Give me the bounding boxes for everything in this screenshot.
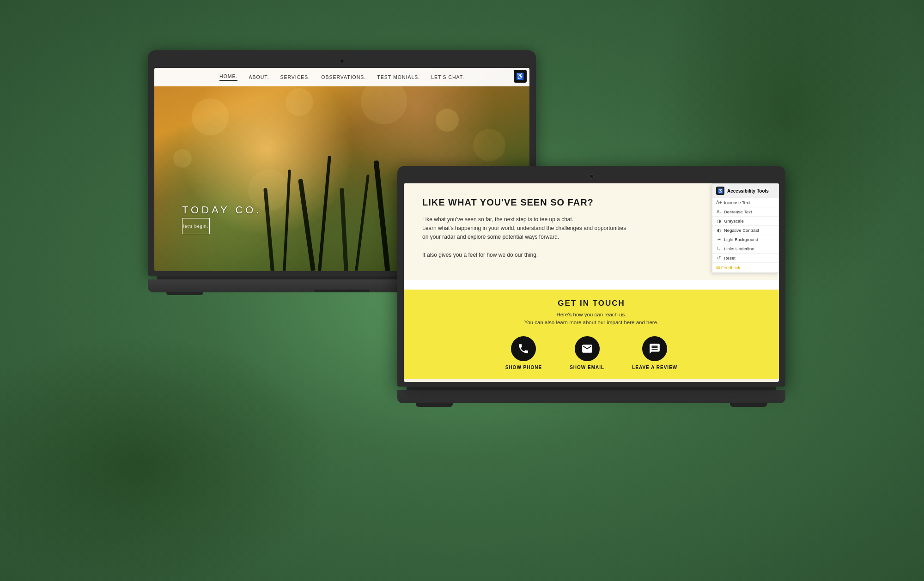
laptop2-webcam [589, 174, 594, 179]
laptop2-foot-right [730, 403, 767, 407]
acc-reset-icon: ↺ [716, 255, 722, 260]
laptop2-foot-left [416, 403, 453, 407]
nav-home[interactable]: HOME. [219, 73, 237, 81]
laptop1-nav: HOME. ABOUT. SERVICES. OBSERVATIONS. TES… [154, 68, 529, 86]
show-email-button[interactable] [575, 336, 600, 361]
leave-review-group: LEAVE A REVIEW [632, 336, 677, 370]
show-email-group: SHOW EMAIL [570, 336, 604, 370]
leave-review-button[interactable] [642, 336, 667, 361]
accessibility-panel-header: ♿ Accessibility Tools [712, 184, 778, 198]
acc-light-icon: ☀ [716, 237, 722, 242]
show-phone-group: SHOW PHONE [505, 336, 542, 370]
laptop2-screen-outer: LIKE WHAT YOU'VE SEEN SO FAR? Like what … [397, 166, 785, 387]
laptop1-webcam [340, 59, 344, 63]
acc-negative-contrast[interactable]: ◐ Negative Contrast [712, 226, 778, 235]
acc-reset-label: Reset [724, 255, 736, 260]
nav-lets-chat[interactable]: LET'S CHAT. [431, 74, 464, 80]
acc-decrease-text[interactable]: A- Decrease Text [712, 207, 778, 217]
main-scene: HOME. ABOUT. SERVICES. OBSERVATIONS. TES… [139, 36, 785, 545]
logo-tagline: let's begin. [182, 218, 210, 234]
accessibility-icon: ♿ [516, 73, 524, 80]
show-email-label: SHOW EMAIL [570, 365, 604, 370]
logo-text: TODAY CO. [182, 204, 262, 216]
nav-observations[interactable]: OBSERVATIONS. [321, 74, 366, 80]
acc-grayscale-icon: ◑ [716, 218, 722, 224]
laptop2-top-section: LIKE WHAT YOU'VE SEEN SO FAR? Like what … [404, 183, 779, 280]
accessibility-panel: ♿ Accessibility Tools A+ Increase Text A… [712, 183, 779, 273]
accessibility-button[interactable]: ♿ [514, 70, 527, 83]
laptop2-white-divider [404, 280, 779, 290]
acc-panel-title: Accessibility Tools [727, 188, 769, 194]
laptop2-contact-section: GET IN TOUCH Here's how you can reach us… [404, 290, 779, 379]
acc-underline-icon: U [716, 246, 722, 251]
acc-light-label: Light Background [724, 237, 758, 242]
acc-contrast-icon: ◐ [716, 228, 722, 233]
acc-decrease-icon: A- [716, 209, 722, 214]
review-icon [649, 343, 661, 355]
contact-subtitle: Here's how you can reach us. You can als… [422, 311, 760, 327]
laptop1-logo: TODAY CO. let's begin. [182, 204, 262, 234]
show-phone-button[interactable] [511, 336, 536, 361]
laptop2: LIKE WHAT YOU'VE SEEN SO FAR? Like what … [397, 166, 785, 407]
acc-grayscale-label: Grayscale [724, 218, 744, 224]
nav-testimonials[interactable]: TESTIMONIALS. [377, 74, 420, 80]
contact-title: GET IN TOUCH [422, 299, 760, 308]
laptop2-base [397, 390, 785, 403]
acc-light-background[interactable]: ☀ Light Background [712, 235, 778, 244]
email-icon [581, 343, 593, 355]
acc-reset[interactable]: ↺ Reset [712, 254, 778, 263]
laptop2-webcam-bar [404, 172, 779, 181]
acc-header-icon: ♿ [716, 187, 724, 195]
laptop2-body-text: Like what you've seen so far, the next s… [422, 215, 644, 260]
contact-buttons: SHOW PHONE SHOW EMAIL [422, 336, 760, 370]
acc-increase-label: Increase Text [724, 200, 750, 205]
nav-services[interactable]: SERVICES. [280, 74, 310, 80]
acc-contrast-label: Negative Contrast [724, 228, 759, 233]
acc-links-underline[interactable]: U Links Underline [712, 244, 778, 254]
leave-review-label: LEAVE A REVIEW [632, 365, 677, 370]
nav-about[interactable]: ABOUT. [249, 74, 269, 80]
acc-feedback[interactable]: ✉ Feedback [712, 263, 778, 272]
acc-increase-text[interactable]: A+ Increase Text [712, 198, 778, 207]
acc-grayscale[interactable]: ◑ Grayscale [712, 217, 778, 226]
laptop2-heading: LIKE WHAT YOU'VE SEEN SO FAR? [422, 197, 760, 208]
acc-decrease-label: Decrease Text [724, 209, 752, 214]
laptop2-feet [397, 403, 785, 407]
laptop2-screen: LIKE WHAT YOU'VE SEEN SO FAR? Like what … [404, 183, 779, 382]
acc-feedback-label: ✉ Feedback [716, 265, 740, 270]
acc-increase-icon: A+ [716, 200, 722, 205]
phone-icon [517, 343, 529, 355]
acc-underline-label: Links Underline [724, 246, 754, 251]
laptop2-hinge [407, 387, 776, 390]
show-phone-label: SHOW PHONE [505, 365, 542, 370]
laptop1-webcam-bar [154, 57, 529, 65]
